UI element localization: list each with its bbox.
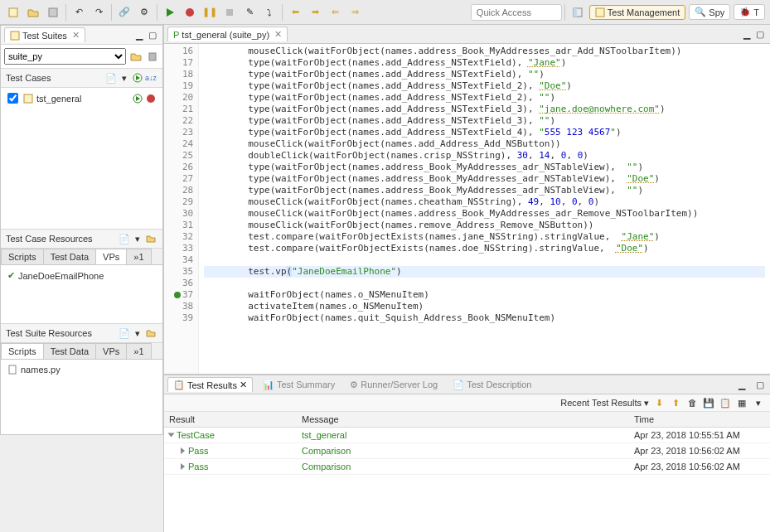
editor-tab[interactable]: P tst_general (suite_py) ✕ <box>167 27 288 41</box>
stop-icon[interactable] <box>220 3 239 22</box>
record-tc-icon[interactable] <box>146 94 156 104</box>
svg-point-2 <box>186 8 194 17</box>
script-list: names.py <box>1 360 162 434</box>
open-icon[interactable] <box>24 3 42 22</box>
perspective-label: T <box>753 7 759 17</box>
suite-select[interactable]: suite_py <box>4 48 126 65</box>
arrow-up-icon[interactable]: ⬆ <box>670 397 681 409</box>
new-tc-icon[interactable]: 📄 <box>105 72 117 84</box>
test-suites-tab[interactable]: Test Suites ✕ <box>4 27 85 42</box>
minimize-icon[interactable]: ▁ <box>741 28 753 40</box>
undo-icon[interactable]: ↶ <box>70 3 88 22</box>
delete-icon[interactable] <box>147 51 158 62</box>
new-res-icon[interactable]: 📄 <box>119 233 130 244</box>
tool-icon[interactable]: ⚙ <box>135 3 153 22</box>
perspective-label: Test Management <box>608 7 680 17</box>
main-toolbar: ↶ ↷ 🔗 ⚙ ❚❚ ✎ ⤵ ⬅ ➡ ⇐ ⇒ Test Management 🔍… <box>0 0 770 25</box>
folder-icon[interactable] <box>145 233 157 244</box>
folder-icon[interactable] <box>145 327 157 339</box>
back-icon[interactable]: ⬅ <box>286 3 304 22</box>
check-icon: ✔ <box>7 270 15 281</box>
menu-icon[interactable]: ▾ <box>753 397 764 409</box>
editor-tab-label: tst_general (suite_py) <box>182 30 269 40</box>
desc-icon: 📄 <box>453 380 464 390</box>
new-icon[interactable] <box>4 3 22 22</box>
script-label: names.py <box>21 365 61 375</box>
minimize-icon[interactable]: ▁ <box>133 29 145 41</box>
perspective-label: Spy <box>709 7 724 17</box>
open-perspective-icon[interactable] <box>569 3 587 22</box>
menu-icon[interactable]: ▾ <box>132 233 143 244</box>
close-icon[interactable]: ✕ <box>274 29 282 40</box>
svg-rect-3 <box>226 9 233 16</box>
forward-icon[interactable]: ➡ <box>306 3 324 22</box>
redo-icon[interactable]: ↷ <box>90 3 108 22</box>
table-row[interactable]: PassComparisonApr 23, 2018 10:56:02 AM <box>164 459 770 475</box>
maximize-icon[interactable]: ▢ <box>754 379 766 390</box>
run-icon[interactable] <box>161 3 179 22</box>
svg-rect-13 <box>9 365 16 374</box>
arrow-down-icon[interactable]: ⬇ <box>653 397 665 409</box>
vp-item[interactable]: ✔ JaneDoeEmailPhone <box>4 268 159 283</box>
pause-icon[interactable]: ❚❚ <box>201 3 219 22</box>
nav1-icon[interactable]: ⇐ <box>326 3 344 22</box>
tab-test-results[interactable]: 📋Test Results✕ <box>167 377 253 392</box>
maximize-icon[interactable]: ▢ <box>147 29 158 41</box>
table-row[interactable]: TestCasetst_generalApr 23, 2018 10:55:51… <box>164 428 770 443</box>
link-icon[interactable]: 🔗 <box>115 3 133 22</box>
col-result[interactable]: Result <box>164 412 297 427</box>
quick-access-input[interactable] <box>471 4 562 21</box>
tab-test-data[interactable]: Test Data <box>43 343 96 359</box>
results-icon: 📋 <box>173 380 185 390</box>
wand-icon[interactable]: ✎ <box>240 3 259 22</box>
svg-rect-5 <box>574 8 577 17</box>
test-case-checkbox[interactable] <box>7 93 18 104</box>
vp-label: JaneDoeEmailPhone <box>18 271 104 281</box>
run-all-icon[interactable] <box>132 72 143 84</box>
table-row[interactable]: PassComparisonApr 23, 2018 10:56:02 AM <box>164 443 770 459</box>
perspective-debug[interactable]: 🐞T <box>734 4 765 20</box>
sort-az-icon[interactable]: a↓z <box>145 72 157 84</box>
svg-rect-7 <box>11 31 19 40</box>
menu-icon[interactable]: ▾ <box>119 72 130 84</box>
maximize-icon[interactable]: ▢ <box>754 28 766 40</box>
perspective-test-management[interactable]: Test Management <box>589 5 685 20</box>
step-icon[interactable]: ⤵ <box>260 3 278 22</box>
tab-vps[interactable]: VPs <box>95 343 127 359</box>
svg-rect-0 <box>9 8 17 17</box>
test-case-row[interactable]: tst_general <box>4 91 159 105</box>
summary-icon: 📊 <box>263 380 274 390</box>
clear-icon[interactable]: 🗑 <box>686 397 698 409</box>
record-icon[interactable] <box>181 3 199 22</box>
new-res-icon[interactable]: 📄 <box>119 327 130 339</box>
minimize-icon[interactable]: ▁ <box>736 379 748 390</box>
tab-test-summary[interactable]: 📊Test Summary <box>258 378 340 392</box>
tab-more[interactable]: »1 <box>126 343 151 359</box>
save-icon[interactable]: 💾 <box>703 397 714 409</box>
recent-results-dropdown[interactable]: Recent Test Results ▾ <box>560 398 649 409</box>
col-time[interactable]: Time <box>629 412 770 427</box>
nav2-icon[interactable]: ⇒ <box>346 3 364 22</box>
run-tc-icon[interactable] <box>133 94 143 104</box>
tab-test-description[interactable]: 📄Test Description <box>448 378 536 392</box>
tab-runner-log[interactable]: ⚙Runner/Server Log <box>345 378 443 392</box>
col-message[interactable]: Message <box>297 412 629 427</box>
copy-icon[interactable]: 📋 <box>719 397 731 409</box>
tab-more[interactable]: »1 <box>126 249 151 264</box>
tab-test-data[interactable]: Test Data <box>43 249 96 264</box>
log-icon: ⚙ <box>350 380 358 390</box>
close-icon[interactable]: ✕ <box>240 380 247 390</box>
filter-icon[interactable]: ▦ <box>736 397 748 409</box>
perspective-spy[interactable]: 🔍Spy <box>689 4 730 20</box>
script-item[interactable]: names.py <box>4 363 159 376</box>
save-icon[interactable] <box>44 3 62 22</box>
close-icon[interactable]: ✕ <box>72 30 80 41</box>
tab-vps[interactable]: VPs <box>95 249 127 264</box>
tab-scripts[interactable]: Scripts <box>1 249 44 264</box>
folder-icon[interactable] <box>130 51 142 62</box>
menu-icon[interactable]: ▾ <box>132 327 143 339</box>
tab-scripts[interactable]: Scripts <box>1 343 44 359</box>
ts-resources-tabs: Scripts Test Data VPs »1 <box>1 343 162 360</box>
test-cases-title: Test Cases <box>6 73 51 83</box>
code-editor[interactable]: 1617181920212223242526272829303132333435… <box>164 44 770 374</box>
